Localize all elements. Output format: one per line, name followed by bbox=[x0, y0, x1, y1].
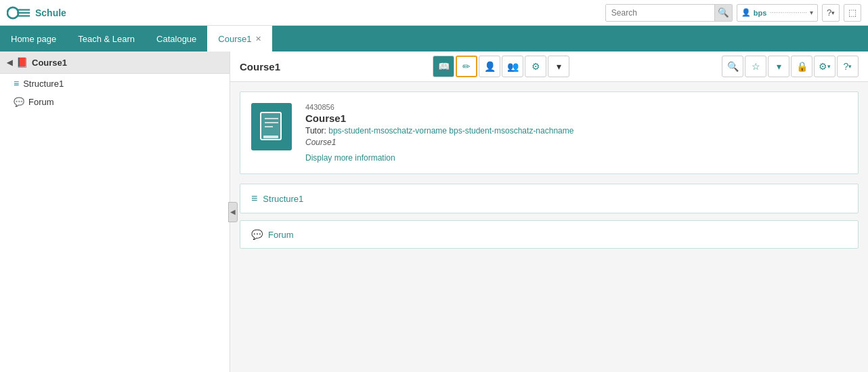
user-label: bps bbox=[754, 9, 767, 17]
right-chevron-icon: ▾ bbox=[777, 61, 781, 72]
section-layers-icon: ≡ bbox=[251, 192, 257, 205]
logo-area: Schule bbox=[7, 5, 66, 21]
user-icon: 👤 bbox=[741, 8, 751, 17]
display-more-link[interactable]: Display more information bbox=[305, 153, 395, 163]
right-tools: 🔍 ☆ ▾ 🔒 ⚙ ▾ ? ▾ bbox=[722, 56, 859, 77]
main-panel: Course1 📖 ✏ 👤 👥 ⚙ ▾ bbox=[230, 51, 868, 372]
search-box[interactable]: 🔍 bbox=[605, 4, 733, 22]
section-structure1-link[interactable]: Structure1 bbox=[263, 194, 303, 204]
settings-icon: ⚙ bbox=[531, 61, 540, 72]
right-dropdown-btn[interactable]: ▾ bbox=[768, 56, 789, 77]
lock-icon: 🔒 bbox=[796, 61, 808, 72]
edit-icon: ✏ bbox=[462, 61, 471, 72]
course-card-icon bbox=[251, 103, 292, 150]
nav-teach-learn[interactable]: Teach & Learn bbox=[67, 26, 146, 51]
right-help-dropdown-icon: ▾ bbox=[848, 63, 852, 70]
toolbar-groups-btn[interactable]: 👥 bbox=[502, 56, 523, 77]
config-icon: ⚙ bbox=[819, 61, 827, 72]
search-input[interactable] bbox=[606, 5, 714, 21]
toolbar-settings-btn[interactable]: ⚙ bbox=[525, 56, 546, 77]
logout-button[interactable]: ⬚ bbox=[844, 4, 861, 22]
toolbar-members-btn[interactable]: 👤 bbox=[479, 56, 500, 77]
top-bar: Schule 🔍 👤 bps ···················· ▾ ? … bbox=[0, 0, 868, 26]
user-info: ···················· bbox=[769, 9, 807, 16]
toolbar-edit-btn[interactable]: ✏ bbox=[456, 56, 477, 77]
course-name: Course1 bbox=[305, 112, 847, 124]
course-book-icon bbox=[259, 112, 284, 142]
course-id: 4430856 bbox=[305, 103, 847, 111]
right-bookmark-btn[interactable]: ☆ bbox=[745, 56, 766, 77]
sidebar-structure1-label: Structure1 bbox=[23, 79, 64, 89]
course-card-body: 4430856 Course1 Tutor: bps-student-msosc… bbox=[305, 103, 847, 163]
toolbar-buttons: 📖 ✏ 👤 👥 ⚙ ▾ bbox=[433, 56, 569, 77]
right-config-btn[interactable]: ⚙ ▾ bbox=[814, 56, 836, 77]
tutor-link[interactable]: bps-student-msoschatz-vorname bps-studen… bbox=[328, 126, 573, 136]
sidebar-title: Course1 bbox=[32, 58, 67, 68]
right-help-btn[interactable]: ? ▾ bbox=[837, 56, 859, 77]
nav-catalogue[interactable]: Catalogue bbox=[146, 26, 207, 51]
more-dropdown-icon: ▾ bbox=[557, 61, 561, 72]
svg-point-0 bbox=[7, 7, 18, 18]
section-forum: 💬 Forum bbox=[240, 220, 859, 249]
close-tab-icon[interactable]: ✕ bbox=[255, 35, 261, 43]
right-search-icon: 🔍 bbox=[727, 61, 739, 72]
sidebar-book-icon: 📕 bbox=[16, 57, 28, 68]
nav-bar: Home page Teach & Learn Catalogue Course… bbox=[0, 26, 868, 51]
groups-icon: 👥 bbox=[507, 61, 519, 72]
logo-text: Schule bbox=[35, 7, 66, 18]
svg-rect-6 bbox=[263, 136, 278, 138]
sidebar-item-forum[interactable]: 💬 Forum bbox=[0, 93, 230, 111]
toolbar-more-btn[interactable]: ▾ bbox=[548, 56, 569, 77]
book-icon: 📖 bbox=[438, 61, 450, 72]
course-toolbar: Course1 📖 ✏ 👤 👥 ⚙ ▾ bbox=[230, 51, 868, 82]
course-card: 4430856 Course1 Tutor: bps-student-msosc… bbox=[240, 91, 859, 174]
section-forum-link[interactable]: Forum bbox=[268, 230, 294, 240]
sidebar-collapse-handle[interactable]: ◀ bbox=[228, 202, 238, 222]
sidebar-header: ◀ 📕 Course1 bbox=[0, 51, 230, 74]
sidebar-item-structure1[interactable]: ≡ Structure1 bbox=[0, 74, 230, 93]
user-area[interactable]: 👤 bps ···················· ▾ bbox=[737, 4, 818, 22]
tutor-label: Tutor: bbox=[305, 126, 326, 136]
user-dropdown-icon: ▾ bbox=[810, 9, 813, 16]
nav-course1[interactable]: Course1 ✕ bbox=[207, 26, 272, 51]
toolbar-book-btn[interactable]: 📖 bbox=[433, 56, 454, 77]
help-button[interactable]: ? ▾ bbox=[822, 4, 840, 22]
star-icon: ☆ bbox=[752, 61, 760, 72]
content-area: ◀ 📕 Course1 ≡ Structure1 💬 Forum ◀ Cours… bbox=[0, 51, 868, 372]
opal-logo-icon bbox=[7, 5, 31, 21]
logout-icon: ⬚ bbox=[848, 7, 856, 18]
search-button[interactable]: 🔍 bbox=[714, 5, 732, 21]
help-icon: ? bbox=[827, 7, 831, 18]
sidebar-collapse-arrow: ◀ bbox=[7, 58, 12, 67]
sidebar-forum-label: Forum bbox=[28, 97, 54, 107]
sidebar: ◀ 📕 Course1 ≡ Structure1 💬 Forum ◀ bbox=[0, 51, 230, 372]
right-lock-btn[interactable]: 🔒 bbox=[791, 56, 812, 77]
course-title: Course1 bbox=[240, 61, 280, 73]
forum-icon: 💬 bbox=[14, 97, 24, 107]
top-bar-right: 🔍 👤 bps ···················· ▾ ? ▾ ⬚ bbox=[605, 4, 861, 22]
tutor-line: Tutor: bps-student-msoschatz-vorname bps… bbox=[305, 126, 847, 136]
help-dropdown-icon: ▾ bbox=[831, 9, 835, 16]
config-dropdown-icon: ▾ bbox=[827, 63, 831, 70]
layers-icon: ≡ bbox=[14, 78, 19, 89]
course-description: Course1 bbox=[305, 138, 847, 147]
members-icon: 👤 bbox=[484, 61, 496, 72]
section-structure1: ≡ Structure1 bbox=[240, 184, 859, 213]
section-forum-icon: 💬 bbox=[251, 229, 263, 240]
right-search-btn[interactable]: 🔍 bbox=[722, 56, 743, 77]
nav-homepage[interactable]: Home page bbox=[0, 26, 67, 51]
right-help-icon: ? bbox=[844, 61, 849, 72]
